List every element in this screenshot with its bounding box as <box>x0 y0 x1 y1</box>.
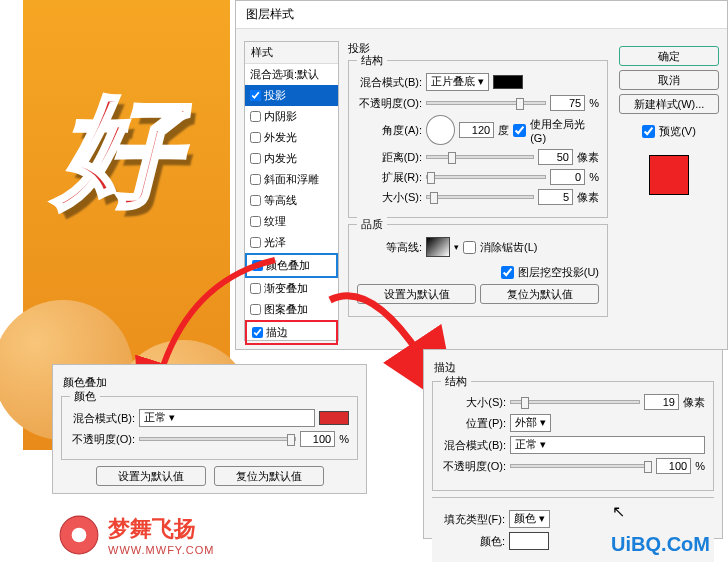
angle-dial[interactable] <box>426 115 455 145</box>
size-slider[interactable] <box>426 195 534 199</box>
style-label: 斜面和浮雕 <box>264 172 319 187</box>
style-item-10[interactable]: 渐变叠加 <box>245 278 338 299</box>
style-item-6[interactable]: 等高线 <box>245 190 338 211</box>
set-default-button[interactable]: 设置为默认值 <box>357 284 476 304</box>
co-section-legend: 颜色 <box>70 389 100 404</box>
size-label: 大小(S): <box>357 190 422 205</box>
style-item-7[interactable]: 纹理 <box>245 211 338 232</box>
style-item-11[interactable]: 图案叠加 <box>245 299 338 320</box>
style-item-3[interactable]: 外发光 <box>245 127 338 148</box>
preview-checkbox[interactable] <box>642 125 655 138</box>
shadow-color-swatch[interactable] <box>493 75 523 89</box>
opacity-label: 不透明度(O): <box>357 96 422 111</box>
style-label: 投影 <box>264 88 286 103</box>
style-checkbox[interactable] <box>250 132 261 143</box>
spread-input[interactable] <box>550 169 585 185</box>
stroke-blend-label: 混合模式(B): <box>441 438 506 453</box>
style-item-9[interactable]: 颜色叠加 <box>245 253 338 278</box>
stroke-blend-select[interactable]: 正常 ▾ <box>510 436 705 454</box>
style-label: 纹理 <box>264 214 286 229</box>
style-checkbox[interactable] <box>250 90 261 101</box>
co-color-swatch[interactable] <box>319 411 349 425</box>
style-item-8[interactable]: 光泽 <box>245 232 338 253</box>
stroke-title: 描边 <box>434 360 714 375</box>
style-checkbox[interactable] <box>252 260 263 271</box>
preview-swatch <box>649 155 689 195</box>
co-reset-default-button[interactable]: 复位为默认值 <box>214 466 324 486</box>
style-checkbox[interactable] <box>250 237 261 248</box>
stroke-opacity-slider[interactable] <box>510 464 652 468</box>
global-light-checkbox[interactable] <box>513 124 526 137</box>
spread-label: 扩展(R): <box>357 170 422 185</box>
style-item-4[interactable]: 内发光 <box>245 148 338 169</box>
style-label: 外发光 <box>264 130 297 145</box>
stroke-fill-select[interactable]: 颜色 ▾ <box>509 510 550 528</box>
logo-url: WWW.MWFY.COM <box>108 544 215 556</box>
co-blend-select[interactable]: 正常 ▾ <box>139 409 315 427</box>
size-input[interactable] <box>538 189 573 205</box>
co-opacity-slider[interactable] <box>139 437 296 441</box>
co-opacity-input[interactable] <box>300 431 335 447</box>
stroke-color-label: 颜色: <box>440 534 505 549</box>
stroke-size-slider[interactable] <box>510 400 640 404</box>
svg-point-1 <box>72 528 87 543</box>
stroke-size-input[interactable] <box>644 394 679 410</box>
style-item-5[interactable]: 斜面和浮雕 <box>245 169 338 190</box>
blend-mode-select[interactable]: 正片叠底 ▾ <box>426 73 489 91</box>
ok-button[interactable]: 确定 <box>619 46 719 66</box>
angle-input[interactable] <box>459 122 494 138</box>
knockout-checkbox[interactable] <box>501 266 514 279</box>
style-checkbox[interactable] <box>250 283 261 294</box>
distance-label: 距离(D): <box>357 150 422 165</box>
stroke-opacity-label: 不透明度(O): <box>441 459 506 474</box>
dialog-title: 图层样式 <box>236 1 727 29</box>
style-checkbox[interactable] <box>250 195 261 206</box>
new-style-button[interactable]: 新建样式(W)... <box>619 94 719 114</box>
angle-label: 角度(A): <box>357 123 422 138</box>
styles-header: 样式 <box>245 42 338 64</box>
blend-mode-label: 混合模式(B): <box>357 75 422 90</box>
stroke-size-label: 大小(S): <box>441 395 506 410</box>
logo-text: 梦舞飞扬 <box>108 514 215 544</box>
spread-slider[interactable] <box>426 175 546 179</box>
style-item-0[interactable]: 混合选项:默认 <box>245 64 338 85</box>
contour-picker[interactable] <box>426 237 450 257</box>
struct-legend: 结构 <box>357 53 387 68</box>
shadow-title: 投影 <box>348 41 608 56</box>
style-item-1[interactable]: 投影 <box>245 85 338 106</box>
style-label: 渐变叠加 <box>264 281 308 296</box>
opacity-input[interactable] <box>550 95 585 111</box>
logo-gear-icon <box>58 514 100 556</box>
logo: 梦舞飞扬 WWW.MWFY.COM <box>58 514 215 556</box>
dialog-buttons: 确定 取消 新建样式(W)... 预览(V) <box>619 46 719 203</box>
antialias-checkbox[interactable] <box>463 241 476 254</box>
styles-panel: 样式 混合选项:默认投影内阴影外发光内发光斜面和浮雕等高线纹理光泽颜色叠加渐变叠… <box>244 41 339 341</box>
quality-legend: 品质 <box>357 217 387 232</box>
style-label: 光泽 <box>264 235 286 250</box>
co-title: 颜色叠加 <box>63 375 358 390</box>
style-item-12[interactable]: 描边 <box>245 320 338 345</box>
stroke-struct-legend: 结构 <box>441 374 471 389</box>
co-blend-label: 混合模式(B): <box>70 411 135 426</box>
stroke-color-swatch[interactable] <box>509 532 549 550</box>
cancel-button[interactable]: 取消 <box>619 70 719 90</box>
style-checkbox[interactable] <box>250 304 261 315</box>
uibq-watermark: UiBQ.CoM <box>611 533 710 556</box>
co-set-default-button[interactable]: 设置为默认值 <box>96 466 206 486</box>
stroke-pos-select[interactable]: 外部 ▾ <box>510 414 551 432</box>
stroke-opacity-input[interactable] <box>656 458 691 474</box>
cursor-icon: ↖ <box>612 502 625 521</box>
style-checkbox[interactable] <box>250 153 261 164</box>
style-checkbox[interactable] <box>252 327 263 338</box>
style-item-2[interactable]: 内阴影 <box>245 106 338 127</box>
preview-char: 好 <box>58 70 178 233</box>
opacity-slider[interactable] <box>426 101 546 105</box>
distance-input[interactable] <box>538 149 573 165</box>
style-checkbox[interactable] <box>250 216 261 227</box>
stroke-panel: 描边 结构 大小(S): 像素 位置(P): 外部 ▾ 混合模式(B): 正常 … <box>423 349 723 539</box>
style-checkbox[interactable] <box>250 111 261 122</box>
distance-slider[interactable] <box>426 155 534 159</box>
style-label: 内发光 <box>264 151 297 166</box>
reset-default-button[interactable]: 复位为默认值 <box>480 284 599 304</box>
style-checkbox[interactable] <box>250 174 261 185</box>
